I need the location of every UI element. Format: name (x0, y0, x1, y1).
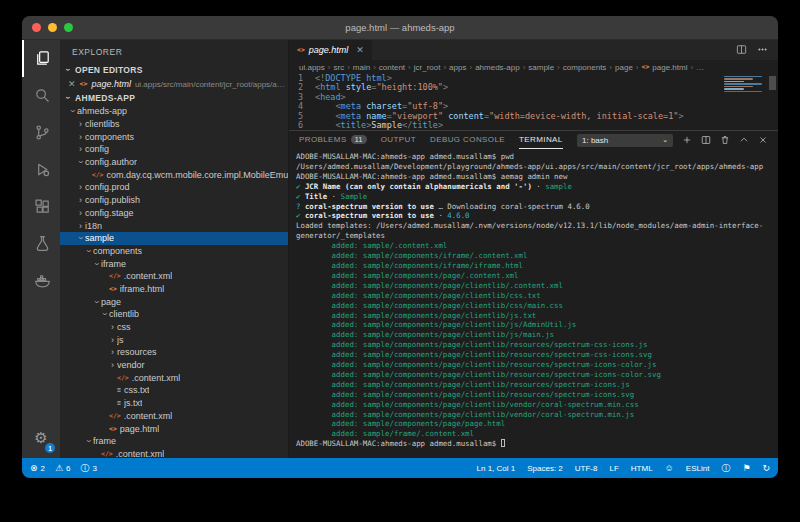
source-control-icon[interactable] (22, 114, 60, 151)
breadcrumb-item-jcr-root[interactable]: jcr_root (414, 63, 441, 72)
tab-page-html[interactable]: <> page.html ✕ (289, 40, 372, 60)
eol[interactable]: LF (609, 464, 618, 473)
warning-status[interactable]: ⚠6 (55, 462, 71, 475)
explorer-icon[interactable] (22, 40, 60, 77)
breadcrumb-item-apps[interactable]: apps (449, 63, 466, 72)
panel-tab-bar: PROBLEMS11OUTPUTDEBUG CONSOLETERMINAL 1:… (289, 131, 778, 149)
tree-folder-ahmeds-app[interactable]: ›ahmeds-app (60, 105, 288, 118)
testing-icon[interactable] (22, 225, 60, 262)
split-editor-icon[interactable] (736, 41, 747, 59)
tree-folder-page[interactable]: ›page (60, 295, 288, 308)
tree-folder-components[interactable]: ›components (60, 245, 288, 258)
maximize-panel-icon[interactable] (739, 131, 749, 149)
eslint-status[interactable]: ESLint (686, 464, 710, 473)
encoding[interactable]: UTF-8 (575, 464, 598, 473)
close-panel-icon[interactable] (758, 131, 768, 149)
breadcrumb-item-ui-apps[interactable]: ui.apps (299, 63, 325, 72)
tree-file-iframe-html[interactable]: <>iframe.html (60, 283, 288, 296)
terminal-line: ADOBE-MUSALLAM-MAC:ahmeds-app admed.musa… (296, 439, 778, 449)
tree-folder-clientlib[interactable]: ›clientlib (60, 308, 288, 321)
terminal-text: added: sample/components/iframe/.content… (296, 251, 527, 260)
tree-folder-config-author[interactable]: ›config.author (60, 156, 288, 169)
tree-file-com-day-cq-wcm-mobile-core-impl-mobileemulatorp-[interactable]: </>com.day.cq.wcm.mobile.core.impl.Mobil… (60, 168, 288, 181)
tree-item-label: config.prod (85, 182, 130, 192)
chevron-down-icon: › (84, 437, 94, 446)
feedback-smiley-icon[interactable]: ☺ (665, 463, 674, 473)
minimap[interactable] (724, 76, 766, 126)
minimap-line (724, 91, 762, 92)
breadcrumb-separator-icon: › (328, 63, 331, 72)
open-editors-header[interactable]: › OPEN EDITORS (60, 63, 288, 77)
tree-folder-resources[interactable]: ›resources (60, 346, 288, 359)
tree-folder-i18n[interactable]: ›i18n (60, 219, 288, 232)
panel-tab-debug-console[interactable]: DEBUG CONSOLE (430, 131, 505, 149)
panel-tab-label: DEBUG CONSOLE (430, 135, 505, 144)
extensions-icon[interactable] (22, 188, 60, 225)
breadcrumb-item-ahmeds-app[interactable]: ahmeds-app (475, 63, 519, 72)
tree-file--content-xml[interactable]: </>.content.xml (60, 371, 288, 384)
tree-file-page-html[interactable]: <>page.html (60, 422, 288, 435)
workspace-section-header[interactable]: › AHMEDS-APP (60, 91, 288, 105)
settings-gear-icon[interactable]: ⚙ 1 (22, 418, 60, 458)
panel-tab-terminal[interactable]: TERMINAL (519, 131, 563, 149)
terminal-line: added: sample/components/page/clientlib/… (296, 330, 778, 340)
tree-folder-js[interactable]: ›js (60, 333, 288, 346)
breadcrumb-item-page[interactable]: page (615, 63, 633, 72)
tab-close-icon[interactable]: ✕ (356, 45, 364, 55)
title-bar[interactable]: page.html — ahmeds-app (22, 16, 778, 40)
docker-icon[interactable] (22, 262, 60, 299)
minimap-line (724, 78, 753, 79)
breadcrumb-item-page-html[interactable]: page.html (652, 63, 687, 72)
tree-file--content-xml[interactable]: </>.content.xml (60, 448, 288, 458)
info-status[interactable]: ⓘ3 (81, 462, 97, 475)
info-circle-icon[interactable]: ⓘ (721, 462, 730, 475)
breadcrumb-item--[interactable]: … (696, 63, 704, 72)
code-token: "height:100%" (376, 83, 443, 92)
cursor-position[interactable]: Ln 1, Col 1 (477, 464, 516, 473)
tree-folder-css[interactable]: ›css (60, 321, 288, 334)
split-terminal-icon[interactable] (701, 131, 711, 149)
more-actions-icon[interactable] (757, 41, 768, 59)
xml-file-icon: </> (109, 412, 121, 420)
tree-folder-vendor[interactable]: ›vendor (60, 359, 288, 372)
panel-tab-problems[interactable]: PROBLEMS11 (299, 131, 367, 149)
chevron-right-icon: › (76, 119, 85, 129)
tree-folder-config-stage[interactable]: ›config.stage (60, 207, 288, 220)
tree-folder-clientlibs[interactable]: ›clientlibs (60, 118, 288, 131)
tree-item-label: vendor (117, 360, 145, 370)
run-debug-icon[interactable] (22, 151, 60, 188)
panel-tab-output[interactable]: OUTPUT (381, 131, 416, 149)
open-editor-item[interactable]: ✕ <> page.html ui.apps/src/main/content/… (60, 77, 288, 91)
tree-file--content-xml[interactable]: </>.content.xml (60, 270, 288, 283)
tree-folder-config-prod[interactable]: ›config.prod (60, 181, 288, 194)
search-icon[interactable] (22, 77, 60, 114)
indentation[interactable]: Spaces: 2 (527, 464, 563, 473)
breadcrumb-item-sample[interactable]: sample (528, 63, 554, 72)
breadcrumb-item-src[interactable]: src (333, 63, 344, 72)
tree-file--content-xml[interactable]: </>.content.xml (60, 410, 288, 423)
editor-scrollbar[interactable] (769, 76, 776, 90)
tree-folder-config[interactable]: ›config (60, 143, 288, 156)
terminal-text: coral-spectrum version to use (305, 202, 434, 211)
language-mode[interactable]: HTML (631, 464, 653, 473)
tree-folder-frame[interactable]: ›frame (60, 435, 288, 448)
tree-folder-sample[interactable]: ›sample (60, 232, 288, 245)
breadcrumb-item-main[interactable]: main (353, 63, 370, 72)
breadcrumb-item-content[interactable]: content (379, 63, 405, 72)
tree-folder-config-publish[interactable]: ›config.publish (60, 194, 288, 207)
tree-file-js-txt[interactable]: ≡js.txt (60, 397, 288, 410)
code-editor[interactable]: 1<!DOCTYPE html>2<html style="height:100… (289, 74, 778, 130)
terminal-shell-select[interactable]: 1: bash ⌄ (577, 134, 673, 147)
tree-folder-components[interactable]: ›components (60, 130, 288, 143)
sync-icon[interactable]: ↻ (762, 463, 770, 473)
error-status[interactable]: ⊗2 (30, 462, 45, 475)
tree-file-css-txt[interactable]: ≡css.txt (60, 384, 288, 397)
close-icon[interactable]: ✕ (68, 79, 76, 89)
tree-folder-iframe[interactable]: ›iframe (60, 257, 288, 270)
megaphone-icon[interactable]: ⚑ (742, 463, 750, 473)
breadcrumb-item-components[interactable]: components (563, 63, 607, 72)
kill-terminal-trash-icon[interactable] (720, 131, 730, 149)
new-terminal-icon[interactable] (682, 131, 692, 149)
terminal-line: added: sample/components/page/clientlib/… (296, 291, 778, 301)
terminal-output[interactable]: ADOBE-MUSALLAM-MAC:ahmeds-app admed.musa… (289, 149, 778, 458)
